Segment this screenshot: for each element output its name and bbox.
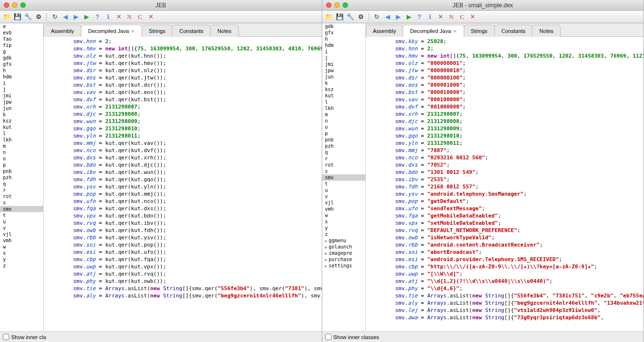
tree-item[interactable]: ksz bbox=[0, 118, 43, 124]
tab-assembly[interactable]: Assembly bbox=[366, 25, 404, 37]
tree-item[interactable]: g bbox=[0, 48, 43, 55]
wrench-icon[interactable]: 🔧 bbox=[346, 12, 355, 22]
xr-icon[interactable]: ✕ bbox=[146, 12, 156, 22]
tab-notes[interactable]: Notes bbox=[532, 25, 561, 37]
tree-item[interactable]: gfx bbox=[322, 30, 365, 36]
tree-item[interactable]: k bbox=[0, 111, 43, 118]
gear-icon[interactable]: ⚙ bbox=[34, 12, 44, 22]
tree-item[interactable]: gdk bbox=[322, 23, 365, 30]
tree-item[interactable]: o bbox=[0, 155, 43, 162]
tree-item[interactable]: evb bbox=[0, 30, 43, 36]
tree-item[interactable]: x bbox=[322, 218, 365, 225]
minimize-icon[interactable] bbox=[334, 2, 340, 8]
tree-item[interactable]: n bbox=[322, 118, 365, 124]
tree-item[interactable]: h bbox=[0, 67, 43, 74]
c-icon[interactable]: C bbox=[457, 12, 467, 22]
code-editor[interactable]: smv.hnn = 2; smv.hmv = new int[]{75, 163… bbox=[44, 37, 322, 331]
tree-item[interactable]: purchase bbox=[322, 256, 365, 263]
save-icon[interactable]: 💾 bbox=[13, 12, 22, 22]
tree-item[interactable]: z bbox=[0, 263, 43, 269]
tab-strings[interactable]: Strings bbox=[464, 25, 495, 37]
tree-item[interactable]: p bbox=[322, 130, 365, 137]
tree-item[interactable]: u bbox=[322, 187, 365, 193]
tree-item[interactable]: jun bbox=[322, 74, 365, 80]
tab-constants[interactable]: Constants bbox=[172, 25, 211, 37]
tree-item[interactable]: v bbox=[0, 225, 43, 231]
x-icon[interactable]: ✕ bbox=[114, 12, 124, 22]
tab-decompiled-java[interactable]: Decompiled Java✕ bbox=[81, 25, 142, 37]
show-inner-checkbox[interactable] bbox=[325, 334, 331, 340]
class-tree[interactable]: eevbfaofipggdkgfxhhdmijjmijpwjunkkszkutl… bbox=[0, 23, 44, 331]
info-icon[interactable]: ℹ bbox=[425, 12, 435, 22]
tree-item[interactable]: vjl bbox=[0, 231, 43, 237]
show-inner-checkbox[interactable] bbox=[3, 334, 9, 340]
tree-item[interactable]: pnb bbox=[322, 137, 365, 143]
close-icon[interactable] bbox=[4, 2, 9, 8]
tree-item[interactable]: p bbox=[0, 162, 43, 168]
folder-icon[interactable]: 📁 bbox=[2, 12, 12, 22]
tree-item[interactable]: vjl bbox=[322, 200, 365, 206]
tree-item[interactable]: w bbox=[0, 244, 43, 250]
tree-item[interactable]: vmh bbox=[322, 206, 365, 212]
zoom-icon[interactable] bbox=[20, 2, 26, 8]
tree-item[interactable]: v bbox=[322, 193, 365, 200]
gear-icon[interactable]: ⚙ bbox=[356, 12, 366, 22]
tree-item[interactable]: smv bbox=[322, 174, 365, 181]
tab-decompiled-java[interactable]: Decompiled Java✕ bbox=[403, 25, 464, 37]
back-icon[interactable]: ◀ bbox=[383, 12, 393, 22]
tree-item[interactable]: r bbox=[0, 187, 43, 193]
tree-item[interactable]: jmi bbox=[0, 93, 43, 99]
close-icon[interactable] bbox=[326, 2, 331, 8]
tree-item[interactable]: q bbox=[322, 149, 365, 155]
tree-item[interactable]: s bbox=[0, 200, 43, 206]
tab-strings[interactable]: Strings bbox=[141, 25, 173, 37]
tree-item[interactable]: n bbox=[0, 149, 43, 155]
c-icon[interactable]: C bbox=[135, 12, 145, 22]
tab-constants[interactable]: Constants bbox=[494, 25, 533, 37]
tree-item[interactable]: rot bbox=[322, 162, 365, 168]
tree-item[interactable]: k bbox=[322, 80, 365, 86]
tree-item[interactable]: m bbox=[0, 143, 43, 149]
tree-item[interactable]: kut bbox=[322, 93, 365, 99]
tab-notes[interactable]: Notes bbox=[210, 25, 239, 37]
tree-item[interactable]: jpw bbox=[322, 67, 365, 74]
tree-item[interactable]: x bbox=[0, 250, 43, 256]
tree-item[interactable]: i bbox=[322, 48, 365, 55]
tree-item[interactable]: golaunch bbox=[322, 244, 365, 250]
tree-item[interactable]: ksz bbox=[322, 86, 365, 93]
tree-item[interactable]: imagepre bbox=[322, 250, 365, 256]
n-icon[interactable]: N bbox=[125, 12, 134, 22]
tree-item[interactable]: o bbox=[322, 124, 365, 130]
forward-icon[interactable]: ▶ bbox=[71, 12, 81, 22]
x-icon[interactable]: ✕ bbox=[436, 12, 446, 22]
tree-item[interactable]: u bbox=[0, 218, 43, 225]
tree-item[interactable]: pnb bbox=[0, 168, 43, 174]
tree-item[interactable]: pzh bbox=[0, 174, 43, 181]
tree-item[interactable]: rot bbox=[0, 193, 43, 200]
play-icon[interactable]: ▶ bbox=[404, 12, 414, 22]
tree-item[interactable]: smv bbox=[0, 206, 43, 212]
tree-item[interactable]: m bbox=[322, 111, 365, 118]
tree-item[interactable]: j bbox=[0, 86, 43, 93]
code-editor[interactable]: smv.kky = 25028; smv.hnn = 2; smv.hmv = … bbox=[366, 37, 644, 331]
tree-item[interactable]: lkh bbox=[322, 105, 365, 111]
play-icon[interactable]: ▶ bbox=[82, 12, 92, 22]
tree-item[interactable]: fip bbox=[0, 42, 43, 48]
tree-item[interactable]: t bbox=[322, 181, 365, 187]
tree-item[interactable]: gdk bbox=[0, 55, 43, 61]
tree-item[interactable]: pzh bbox=[322, 143, 365, 149]
tree-item[interactable]: fao bbox=[0, 36, 43, 42]
folder-icon[interactable]: 📁 bbox=[324, 12, 334, 22]
class-tree[interactable]: gdkgfxhhdmijjmijpwjunkkszkutllkhmnoppnbp… bbox=[322, 23, 366, 331]
tree-item[interactable]: kut bbox=[0, 124, 43, 130]
tree-item[interactable]: y bbox=[322, 225, 365, 231]
tree-item[interactable]: q bbox=[0, 181, 43, 187]
tree-item[interactable]: i bbox=[0, 80, 43, 86]
tree-item[interactable]: e bbox=[0, 23, 43, 30]
tree-item[interactable]: settings bbox=[322, 263, 365, 269]
back-icon[interactable]: ◀ bbox=[61, 12, 70, 22]
tree-item[interactable]: r bbox=[322, 155, 365, 162]
tree-item[interactable]: hdm bbox=[0, 74, 43, 80]
forward-icon[interactable]: ▶ bbox=[393, 12, 403, 22]
info-icon[interactable]: ℹ bbox=[103, 12, 113, 22]
